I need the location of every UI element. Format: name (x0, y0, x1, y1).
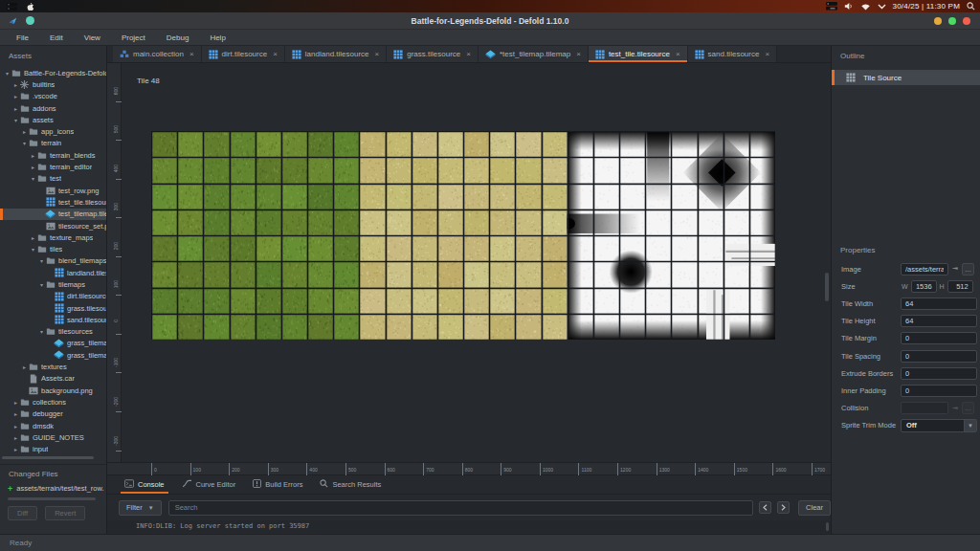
chevron-collapsed-icon[interactable]: ▸ (12, 446, 19, 452)
viewport-vscrollbar[interactable] (825, 273, 829, 301)
tree-item-test-row-png[interactable]: test_row.png (0, 185, 106, 196)
tree-item-tiles[interactable]: ▾tiles (0, 243, 106, 254)
tree-item-textures[interactable]: ▸textures (0, 361, 106, 372)
prev-match-button[interactable] (759, 501, 771, 514)
tree-item-collections[interactable]: ▸collections (0, 396, 106, 408)
chevron-collapsed-icon[interactable]: ▸ (12, 410, 19, 417)
chevron-collapsed-icon[interactable]: ▸ (30, 234, 36, 241)
tab-main-collection[interactable]: main.collection× (113, 46, 202, 62)
volume-icon[interactable] (844, 2, 854, 11)
tab-test-tile-tilesource[interactable]: test_tile.tilesource× (589, 46, 688, 62)
select-dropdown-button[interactable]: ▼ (964, 420, 976, 431)
chevron-expanded-icon[interactable]: ▾ (21, 140, 28, 146)
tree-item-grass-tilesourc[interactable]: grass.tilesourc (0, 302, 106, 314)
tree-item-test-tile-tilesour[interactable]: test_tile.tilesour (0, 196, 106, 208)
chevron-collapsed-icon[interactable]: ▸ (12, 423, 19, 430)
chevron-collapsed-icon[interactable]: ▸ (21, 364, 28, 370)
console-tab-curve-editor[interactable]: Curve Editor (174, 475, 244, 494)
tab-close-icon[interactable]: × (676, 50, 680, 58)
tree-item-tilemaps[interactable]: ▾tilemaps (0, 278, 106, 290)
zoom-button[interactable] (948, 17, 956, 25)
tree-item-terrain-editor[interactable]: ▸terrain_editor (0, 161, 106, 172)
tree-item-grass-tilemap[interactable]: grass_tilemap. (0, 338, 106, 349)
tab-close-icon[interactable]: × (765, 50, 769, 58)
filter-dropdown[interactable]: Filter ▼ (119, 500, 162, 516)
tree-item-dmsdk[interactable]: ▸dmsdk (0, 420, 106, 431)
chevron-expanded-icon[interactable]: ▾ (38, 328, 45, 335)
clear-console-button[interactable]: Clear (798, 500, 831, 516)
tab-close-icon[interactable]: × (273, 50, 278, 58)
prop-input-width[interactable] (911, 280, 937, 293)
tab-landland-tilesource[interactable]: landland.tilesource× (285, 46, 387, 62)
console-log[interactable]: INFO:DLIB: Log server started on port 35… (107, 520, 831, 533)
tree-item-landland-tilesc[interactable]: landland.tilesc (0, 267, 106, 278)
prop-input-inner-padding[interactable] (901, 385, 977, 397)
menu-item-edit[interactable]: Edit (41, 32, 72, 44)
tilesource-viewport[interactable]: 6005004003002001000-100-200-300 Tile 48 (107, 63, 831, 462)
prop-input-height[interactable] (947, 280, 973, 293)
tab-grass-tilesource[interactable]: grass.tilesource× (387, 46, 479, 62)
chevron-collapsed-icon[interactable]: ▸ (30, 152, 36, 159)
tree-item-terrain[interactable]: ▾terrain (0, 138, 106, 149)
outline-item-tile-source[interactable]: Tile Source (832, 70, 980, 85)
tree-item-terrain-blends[interactable]: ▸terrain_blends (0, 149, 106, 161)
tab-sand-tilesource[interactable]: sand.tilesource× (688, 46, 777, 62)
tree-item-background-png[interactable]: background.png (0, 385, 106, 396)
tab-close-icon[interactable]: × (576, 50, 581, 58)
menu-item-project[interactable]: Project (113, 32, 154, 44)
keyboard-indicator-icon[interactable] (826, 2, 837, 11)
chevron-collapsed-icon[interactable]: ▸ (12, 399, 19, 406)
chevron-expanded-icon[interactable]: ▾ (30, 175, 36, 182)
chevron-expanded-icon[interactable]: ▾ (38, 281, 45, 288)
window-title-bar[interactable]: Battle-for-Legends-Defold - Defold 1.10.… (0, 12, 980, 30)
next-match-button[interactable] (777, 501, 790, 514)
minimize-button[interactable] (934, 17, 942, 25)
chevron-collapsed-icon[interactable]: ▸ (30, 164, 36, 170)
tree-item-test[interactable]: ▾test (0, 173, 106, 185)
console-tab-search-results[interactable]: Search Results (312, 475, 389, 494)
console-tab-console[interactable]: Console (117, 475, 172, 494)
prop-input-tile-width[interactable] (901, 298, 977, 310)
tree-item-sand-tilesourc[interactable]: sand.tilesourc (0, 314, 106, 325)
browse-resource-button[interactable]: … (962, 263, 974, 276)
prop-input-collision[interactable] (901, 402, 948, 414)
prop-select-sprite-trim-mode[interactable]: Off▼ (901, 419, 977, 432)
chevron-expanded-icon[interactable]: ▾ (4, 70, 11, 77)
tree-item-battle-for-legends-defold[interactable]: ▾Battle-For-Legends-Defold (0, 67, 106, 78)
window-layout-icon[interactable] (7, 3, 17, 11)
tree-item-builtins[interactable]: ▸builtins (0, 78, 106, 90)
tab-close-icon[interactable]: × (189, 50, 194, 58)
diff-button[interactable]: Diff (8, 506, 37, 520)
console-vscrollbar[interactable] (826, 522, 829, 531)
assets-tree-hscrollbar[interactable] (2, 456, 94, 459)
tab-dirt-tilesource[interactable]: dirt.tilesource× (202, 46, 285, 62)
prop-input-tile-height[interactable] (901, 315, 977, 327)
goto-resource-icon[interactable]: ⇥ (950, 405, 960, 412)
tree-item-dirt-tilesource[interactable]: dirt.tilesource (0, 291, 106, 302)
apple-menu-icon[interactable] (26, 2, 34, 11)
close-button[interactable] (963, 17, 970, 25)
menu-item-debug[interactable]: Debug (158, 32, 198, 44)
tree-item-guide-notes[interactable]: ▸GUIDE_NOTES (0, 431, 106, 443)
tree-item-input[interactable]: ▸input (0, 444, 106, 455)
chevron-collapsed-icon[interactable]: ▸ (21, 128, 28, 135)
tree-item-assets[interactable]: ▾assets (0, 114, 106, 125)
chevron-expanded-icon[interactable]: ▾ (38, 257, 45, 264)
console-tab-build-errors[interactable]: Build Errors (245, 475, 310, 494)
tree-item-tilesources[interactable]: ▾tilesources (0, 326, 106, 338)
changed-file-row[interactable]: +assets/terrain/test/test_row. (0, 482, 106, 495)
chevron-expanded-icon[interactable]: ▾ (30, 246, 36, 253)
tab-close-icon[interactable]: × (466, 50, 471, 58)
tree-item-texture-maps[interactable]: ▸texture_maps (0, 231, 106, 243)
prop-input-tile-margin[interactable] (901, 332, 977, 344)
tree-item-assets-car[interactable]: Assets.car (0, 373, 106, 385)
clock-datetime[interactable]: 30/4/25 | 11:30 PM (893, 2, 960, 11)
tab-test-tilemap-tilemap[interactable]: *test_tilemap.tilemap× (479, 46, 589, 62)
tree-item-tilesource-set-pr[interactable]: tilesource_set.pr (0, 220, 106, 231)
goto-resource-icon[interactable]: ⇥ (950, 265, 960, 273)
tree-item-test-tilemap-tile[interactable]: test_tilemap.tile (0, 209, 106, 220)
menu-item-help[interactable]: Help (201, 32, 234, 44)
menu-item-file[interactable]: File (8, 32, 37, 44)
tab-close-icon[interactable]: × (375, 50, 380, 58)
chevron-collapsed-icon[interactable]: ▸ (12, 434, 19, 441)
